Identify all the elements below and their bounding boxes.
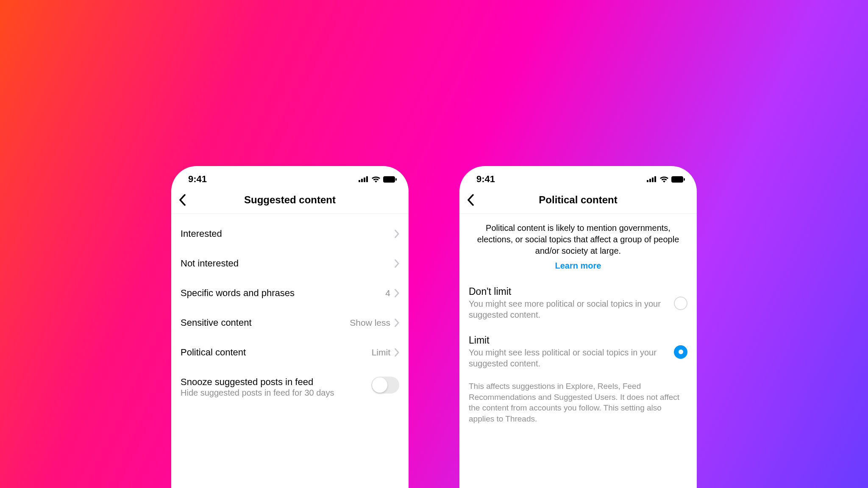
svg-rect-9 — [654, 176, 656, 182]
svg-rect-4 — [383, 176, 395, 183]
row-label: Political content — [181, 347, 372, 358]
status-icons — [359, 176, 397, 183]
options-list: Don't limit You might see more political… — [459, 277, 697, 375]
svg-rect-0 — [359, 180, 360, 182]
row-snooze: Snooze suggested posts in feed Hide sugg… — [171, 367, 409, 405]
row-sensitive-content[interactable]: Sensitive content Show less — [171, 308, 409, 338]
svg-rect-8 — [652, 177, 654, 182]
row-label: Not interested — [181, 258, 395, 269]
phone-political-content: 9:41 Political content Political content… — [459, 166, 697, 488]
row-label: Specific words and phrases — [181, 288, 385, 299]
status-bar: 9:41 — [171, 166, 409, 188]
radio-selected[interactable] — [674, 345, 687, 359]
nav-bar: Suggested content — [171, 188, 409, 214]
status-icons — [647, 176, 685, 183]
cellular-icon — [359, 176, 369, 182]
row-label: Interested — [181, 228, 395, 239]
chevron-right-icon — [395, 259, 399, 268]
chevron-right-icon — [395, 230, 399, 238]
page-title: Political content — [467, 194, 689, 206]
snooze-sublabel: Hide suggested posts in feed for 30 days — [181, 388, 371, 398]
option-desc: You might see less political or social t… — [469, 347, 668, 369]
svg-rect-5 — [395, 178, 397, 180]
wifi-icon — [659, 176, 669, 183]
wifi-icon — [371, 176, 381, 183]
row-value: 4 — [385, 288, 390, 298]
status-time: 9:41 — [183, 174, 207, 185]
info-text: Political content is likely to mention g… — [459, 214, 697, 259]
cellular-icon — [647, 176, 657, 182]
chevron-right-icon — [395, 289, 399, 297]
footer-text: This affects suggestions in Explore, Ree… — [459, 375, 697, 430]
svg-rect-11 — [684, 178, 685, 180]
snooze-toggle[interactable] — [371, 377, 399, 394]
option-desc: You might see more political or social t… — [469, 298, 668, 320]
battery-icon — [671, 176, 685, 183]
option-limit[interactable]: Limit You might see less political or so… — [459, 326, 697, 375]
row-political-content[interactable]: Political content Limit — [171, 338, 409, 367]
page-title: Suggested content — [179, 194, 401, 206]
nav-bar: Political content — [459, 188, 697, 214]
row-value: Limit — [372, 347, 390, 358]
status-time: 9:41 — [471, 174, 495, 185]
row-not-interested[interactable]: Not interested — [171, 249, 409, 278]
toggle-knob — [372, 377, 387, 393]
learn-more-link[interactable]: Learn more — [459, 259, 697, 277]
option-title: Limit — [469, 335, 668, 346]
svg-rect-2 — [364, 177, 365, 182]
chevron-right-icon — [395, 319, 399, 327]
radio-unselected[interactable] — [674, 297, 687, 310]
battery-icon — [383, 176, 397, 183]
svg-rect-10 — [671, 176, 683, 183]
status-bar: 9:41 — [459, 166, 697, 188]
svg-rect-6 — [647, 180, 648, 182]
phone-suggested-content: 9:41 Suggested content Interested Not in… — [171, 166, 409, 488]
chevron-right-icon — [395, 348, 399, 357]
row-value: Show less — [350, 318, 390, 328]
row-interested[interactable]: Interested — [171, 219, 409, 249]
svg-rect-3 — [366, 176, 368, 182]
option-title: Don't limit — [469, 286, 668, 297]
settings-list: Interested Not interested Specific words… — [171, 214, 409, 410]
svg-rect-7 — [649, 179, 651, 182]
snooze-label: Snooze suggested posts in feed — [181, 377, 371, 388]
svg-rect-1 — [361, 179, 363, 182]
option-dont-limit[interactable]: Don't limit You might see more political… — [459, 280, 697, 326]
row-label: Sensitive content — [181, 317, 350, 328]
row-specific-words[interactable]: Specific words and phrases 4 — [171, 278, 409, 308]
